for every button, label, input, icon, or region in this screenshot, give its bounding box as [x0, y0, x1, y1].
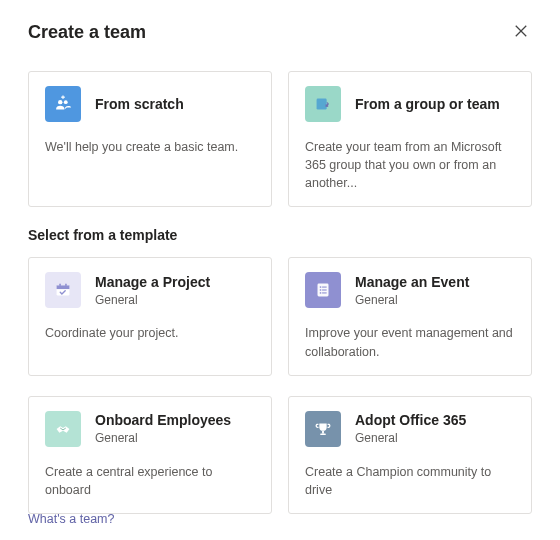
svg-rect-17	[320, 433, 326, 434]
handshake-icon	[45, 411, 81, 447]
svg-rect-15	[322, 293, 327, 294]
svg-rect-11	[322, 287, 327, 288]
dialog-header: Create a team	[28, 20, 532, 45]
group-import-icon	[305, 86, 341, 122]
primary-options: From scratch We'll help you create a bas…	[28, 71, 532, 207]
card-title-block: Onboard Employees General	[95, 412, 231, 445]
card-description: Create your team from an Microsoft 365 g…	[305, 138, 515, 192]
svg-rect-14	[320, 293, 321, 294]
option-from-scratch[interactable]: From scratch We'll help you create a bas…	[28, 71, 272, 207]
svg-rect-13	[322, 290, 327, 291]
checklist-icon	[305, 272, 341, 308]
svg-point-3	[64, 100, 68, 104]
calendar-check-icon	[45, 272, 81, 308]
template-row: Manage a Project General Coordinate your…	[28, 257, 532, 375]
template-manage-event[interactable]: Manage an Event General Improve your eve…	[288, 257, 532, 375]
svg-rect-6	[57, 286, 70, 290]
template-adopt-office-365[interactable]: Adopt Office 365 General Create a Champi…	[288, 396, 532, 514]
svg-rect-4	[317, 99, 327, 110]
card-header: From scratch	[45, 86, 255, 122]
option-from-group[interactable]: From a group or team Create your team fr…	[288, 71, 532, 207]
card-header: Adopt Office 365 General	[305, 411, 515, 447]
svg-rect-7	[59, 284, 60, 287]
svg-rect-8	[65, 284, 66, 287]
people-plus-icon	[45, 86, 81, 122]
card-description: Improve your event management and collab…	[305, 324, 515, 360]
card-title: Adopt Office 365	[355, 412, 466, 429]
svg-point-2	[58, 100, 62, 104]
card-title-block: Adopt Office 365 General	[355, 412, 466, 445]
dialog-title: Create a team	[28, 22, 146, 43]
card-title-block: Manage an Event General	[355, 274, 469, 307]
card-category: General	[95, 293, 210, 307]
card-title: Onboard Employees	[95, 412, 231, 429]
close-button[interactable]	[510, 20, 532, 45]
template-onboard-employees[interactable]: Onboard Employees General Create a centr…	[28, 396, 272, 514]
card-header: Onboard Employees General	[45, 411, 255, 447]
card-header: Manage an Event General	[305, 272, 515, 308]
template-row: Onboard Employees General Create a centr…	[28, 396, 532, 514]
create-team-dialog: Create a team	[0, 0, 560, 540]
template-section-title: Select from a template	[28, 227, 532, 243]
card-description: Create a Champion community to drive	[305, 463, 515, 499]
trophy-icon	[305, 411, 341, 447]
card-title: From scratch	[95, 96, 184, 113]
whats-a-team-link[interactable]: What's a team?	[28, 512, 114, 526]
card-category: General	[355, 431, 466, 445]
svg-rect-12	[320, 290, 321, 291]
card-description: We'll help you create a basic team.	[45, 138, 255, 156]
card-description: Coordinate your project.	[45, 324, 255, 342]
card-description: Create a central experience to onboard	[45, 463, 255, 499]
card-category: General	[95, 431, 231, 445]
card-title: From a group or team	[355, 96, 500, 113]
card-category: General	[355, 293, 469, 307]
card-title: Manage a Project	[95, 274, 210, 291]
card-title: Manage an Event	[355, 274, 469, 291]
svg-rect-10	[320, 287, 321, 288]
card-title-block: Manage a Project General	[95, 274, 210, 307]
svg-rect-16	[322, 430, 324, 433]
card-header: Manage a Project General	[45, 272, 255, 308]
close-icon	[514, 24, 528, 41]
template-manage-project[interactable]: Manage a Project General Coordinate your…	[28, 257, 272, 375]
card-header: From a group or team	[305, 86, 515, 122]
